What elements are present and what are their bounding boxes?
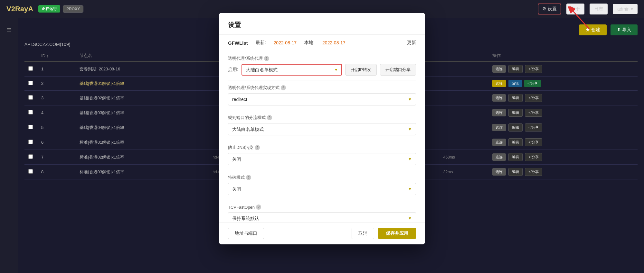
rule-port-label: 规则端口的分流模式 ?: [228, 115, 416, 121]
modal-header: 设置: [219, 13, 425, 35]
dns-pollution-section: 防止DNS污染 ? 关闭 开启 ▼: [228, 140, 416, 170]
rule-port-section: 规则端口的分流模式 ? 大陆白名单模式 全局模式 关闭 ▼: [228, 110, 416, 140]
gfwlist-row: GFWList 最新: 2022-08-17 本地: 2022-08-17 更新: [228, 35, 416, 51]
tp-row: 启用: 大陆白名单模式 全局模式 关闭 ▼ 开启IP转发 开启端口分享: [228, 64, 416, 76]
tp-label: 透明代理/系统代理 ?: [228, 56, 416, 61]
special-mode-select[interactable]: 关闭 开启: [228, 183, 416, 195]
settings-modal-backdrop: 设置 GFWList 最新: 2022-08-17 本地: 2022-08-17…: [0, 0, 644, 273]
tp-select-wrapper: 大陆白名单模式 全局模式 关闭 ▼: [242, 64, 342, 76]
gfwlist-local-date: 2022-08-17: [322, 40, 346, 45]
tp-impl-section: 透明代理/系统代理实现方式 ? redirect tproxy system_p…: [228, 80, 416, 110]
modal-body: GFWList 最新: 2022-08-17 本地: 2022-08-17 更新…: [219, 35, 425, 222]
gfwlist-local-label: 本地:: [304, 40, 315, 46]
ip-forward-button[interactable]: 开启IP转发: [345, 64, 377, 76]
dns-select[interactable]: 关闭 开启: [228, 153, 416, 165]
tcp-fast-open-dropdown: 保持系统默认 开启 关闭 ▼: [228, 212, 416, 222]
gfwlist-latest-label: 最新:: [256, 40, 266, 46]
rule-port-dropdown: 大陆白名单模式 全局模式 关闭 ▼: [228, 123, 416, 135]
modal-footer: 地址与端口 取消 保存并应用: [219, 222, 425, 244]
tp-impl-help-icon[interactable]: ?: [281, 85, 286, 90]
tp-enable-label: 启用:: [228, 67, 238, 73]
port-share-button[interactable]: 开启端口分享: [380, 64, 416, 76]
tcp-fast-open-select[interactable]: 保持系统默认 开启 关闭: [228, 213, 416, 222]
tp-impl-select[interactable]: redirect tproxy system_proxy: [228, 94, 416, 105]
dns-label: 防止DNS污染 ?: [228, 145, 416, 150]
dns-dropdown: 关闭 开启 ▼: [228, 153, 416, 165]
rule-port-help-icon[interactable]: ?: [267, 115, 272, 120]
gfwlist-label: GFWList: [228, 40, 248, 46]
rule-port-select[interactable]: 大陆白名单模式 全局模式 关闭: [228, 123, 416, 135]
tp-impl-dropdown: redirect tproxy system_proxy ▼: [228, 93, 416, 105]
tcp-fast-open-help-icon[interactable]: ?: [256, 205, 261, 210]
tp-impl-label: 透明代理/系统代理实现方式 ?: [228, 85, 416, 91]
transparent-proxy-section: 透明代理/系统代理 ? 启用: 大陆白名单模式 全局模式 关闭 ▼ 开启IP转发: [228, 51, 416, 80]
settings-modal: 设置 GFWList 最新: 2022-08-17 本地: 2022-08-17…: [219, 13, 425, 244]
gfwlist-latest-date: 2022-08-17: [274, 40, 297, 45]
special-mode-dropdown: 关闭 开启 ▼: [228, 183, 416, 195]
tcp-fast-open-label: TCPFastOpen ?: [228, 205, 416, 210]
tp-mode-select[interactable]: 大陆白名单模式 全局模式 关闭: [242, 65, 341, 75]
save-apply-button[interactable]: 保存并应用: [378, 228, 416, 239]
special-mode-section: 特殊模式 ? 关闭 开启 ▼: [228, 170, 416, 200]
cancel-button[interactable]: 取消: [352, 228, 374, 239]
dns-help-icon[interactable]: ?: [255, 145, 260, 150]
tcp-fast-open-section: TCPFastOpen ? 保持系统默认 开启 关闭 ▼: [228, 200, 416, 222]
addr-port-button[interactable]: 地址与端口: [228, 228, 264, 239]
gfwlist-update-button[interactable]: 更新: [407, 40, 416, 46]
special-mode-label: 特殊模式 ?: [228, 175, 416, 180]
modal-title: 设置: [228, 21, 416, 29]
tp-help-icon[interactable]: ?: [264, 56, 269, 61]
special-mode-help-icon[interactable]: ?: [246, 175, 251, 180]
